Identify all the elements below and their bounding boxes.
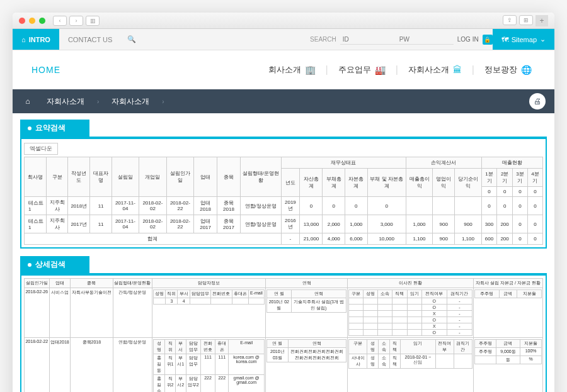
lock-icon[interactable]: 🔒 xyxy=(483,35,493,45)
nav-label: 주요업무 xyxy=(338,64,371,76)
forward-button[interactable]: › xyxy=(69,16,83,26)
nav-icon: 🏛 xyxy=(453,65,462,75)
breadcrumb-home-icon[interactable]: ⌂ xyxy=(21,97,34,106)
nav-divider: | xyxy=(472,64,474,76)
chevron-down-icon: ⌄ xyxy=(540,35,546,43)
id-input[interactable] xyxy=(340,35,397,45)
sitemap-button[interactable]: 🗺 Sitemap ⌄ xyxy=(493,29,554,50)
browser-titlebar: ‹ › ▥ ⇪ ⊞ + xyxy=(13,13,554,29)
share-icon[interactable]: ⇪ xyxy=(503,15,517,25)
tabs-icon[interactable]: ⊞ xyxy=(519,15,533,25)
summary-table: 회사명구분작성년도대표자명설립일개업일설립인가일업태종목설립형태/운영현황재무상… xyxy=(24,157,543,245)
map-icon: 🗺 xyxy=(501,36,508,43)
utility-bar: ⌂ INTRO CONTACT US 🔍 SEARCH LOG IN 🔒 🗺 S… xyxy=(13,29,554,50)
minimize-window-icon[interactable] xyxy=(29,18,35,24)
detail-box: 설립인가일업태종목설립형태/운영현황담당자정보연혁이사진 현황자회사 설립 자본… xyxy=(20,274,547,392)
nav-icon: 🌐 xyxy=(521,65,532,75)
table-row[interactable]: 테스트1지주회사2017년112017-11-042018-02-022018-… xyxy=(25,215,543,233)
table-row[interactable]: 테스트1지주회사2018년112017-11-042018-02-022018-… xyxy=(25,197,543,215)
nav-label: 정보광장 xyxy=(484,64,517,76)
nav-item[interactable]: 주요업무 🏭 xyxy=(335,64,389,76)
detail-title: 상세검색 xyxy=(35,259,66,270)
nav-item[interactable]: 정보광장 🌐 xyxy=(481,64,536,76)
contact-link[interactable]: CONTACT US xyxy=(59,36,122,43)
detail-row[interactable]: 2018-02-22업태2018종목2018연합/정상운영성명직위부서담당업무전… xyxy=(25,338,543,393)
sitemap-label: Sitemap xyxy=(512,36,537,43)
close-window-icon[interactable] xyxy=(19,18,25,24)
total-row: 합계-21,0004,0006,00010,0001,1009001,10060… xyxy=(25,233,543,245)
nav-item[interactable]: 자회사소개 🏛 xyxy=(404,64,466,76)
nav-icon: 🏭 xyxy=(375,65,386,75)
search-icon[interactable]: 🔍 xyxy=(126,34,137,45)
login-button[interactable]: LOG IN xyxy=(457,36,479,43)
page-content: 요약검색 엑셀다운 회사명구분작성년도대표자명설립일개업일설립인가일업태종목설립… xyxy=(13,113,554,392)
back-button[interactable]: ‹ xyxy=(53,16,67,26)
summary-box: 엑셀다운 회사명구분작성년도대표자명설립일개업일설립인가일업태종목설립형태/운영… xyxy=(20,138,547,249)
maximize-window-icon[interactable] xyxy=(39,18,45,24)
print-button[interactable]: 🖨 xyxy=(529,93,546,109)
nav-item[interactable]: 회사소개 🏢 xyxy=(265,64,319,76)
sidebar-toggle-icon[interactable]: ▥ xyxy=(86,16,100,26)
intro-link[interactable]: ⌂ INTRO xyxy=(13,29,59,50)
nav-icon: 🏢 xyxy=(305,65,316,75)
breadcrumb-level1[interactable]: 자회사소개 xyxy=(34,96,97,107)
detail-row[interactable]: 2018-02-26서비스업자회사부동기술이전간독/정상운영성명직위부서담당업무… xyxy=(25,288,543,338)
chevron-right-icon: › xyxy=(162,98,164,105)
search-label: SEARCH xyxy=(310,36,336,43)
intro-label: INTRO xyxy=(29,36,50,43)
detail-table: 설립인가일업태종목설립형태/운영현황담당자정보연혁이사진 현황자회사 설립 자본… xyxy=(24,278,543,392)
summary-title: 요약검색 xyxy=(35,123,66,133)
bullet-icon xyxy=(28,263,32,267)
detail-section-header: 상세검색 xyxy=(20,256,89,273)
window-controls xyxy=(19,18,45,24)
main-nav: HOME 회사소개 🏢|주요업무 🏭|자회사소개 🏛|정보광장 🌐 xyxy=(13,50,554,89)
nav-divider: | xyxy=(396,64,398,76)
bullet-icon xyxy=(28,126,32,130)
breadcrumb-level2[interactable]: 자회사소개 xyxy=(99,96,162,107)
search-input[interactable] xyxy=(140,36,241,43)
pw-input[interactable] xyxy=(397,35,454,45)
new-tab-button[interactable]: + xyxy=(536,15,548,26)
nav-label: 자회사소개 xyxy=(408,64,449,76)
nav-divider: | xyxy=(326,64,328,76)
summary-section-header: 요약검색 xyxy=(20,120,89,137)
breadcrumb: ⌂ 자회사소개 › 자회사소개 › 🖨 xyxy=(13,89,554,113)
home-icon: ⌂ xyxy=(21,36,26,43)
nav-label: 회사소개 xyxy=(268,64,301,76)
home-logo[interactable]: HOME xyxy=(32,65,60,75)
excel-download-button[interactable]: 엑셀다운 xyxy=(24,143,58,155)
browser-window: ‹ › ▥ ⇪ ⊞ + ⌂ INTRO CONTACT US 🔍 SEARCH … xyxy=(13,13,554,392)
